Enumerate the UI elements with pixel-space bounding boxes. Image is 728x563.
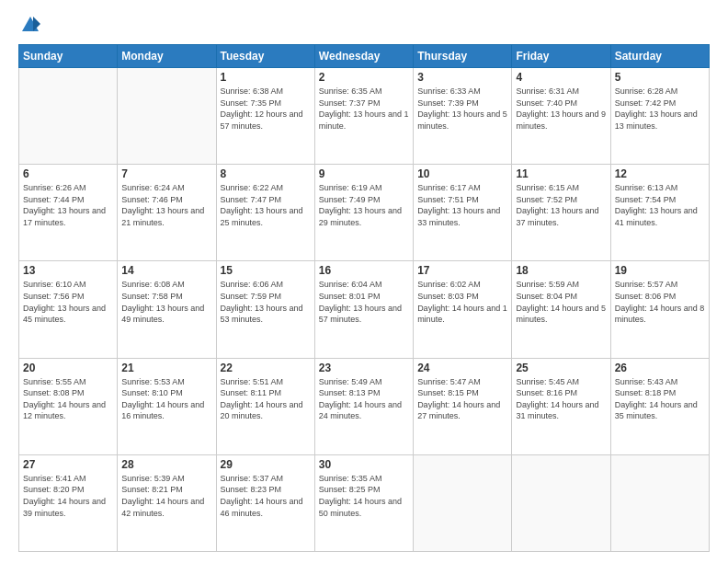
calendar-cell <box>512 454 610 551</box>
calendar-header-saturday: Saturday <box>610 45 709 68</box>
day-number: 27 <box>23 458 113 471</box>
calendar-header-tuesday: Tuesday <box>216 45 314 68</box>
calendar-cell: 19Sunrise: 5:57 AM Sunset: 8:06 PM Dayli… <box>610 261 709 358</box>
day-info: Sunrise: 6:28 AM Sunset: 7:42 PM Dayligh… <box>615 86 705 132</box>
day-number: 23 <box>319 362 409 374</box>
calendar-cell: 28Sunrise: 5:39 AM Sunset: 8:21 PM Dayli… <box>118 454 216 551</box>
day-info: Sunrise: 6:31 AM Sunset: 7:40 PM Dayligh… <box>516 86 606 132</box>
day-info: Sunrise: 6:35 AM Sunset: 7:37 PM Dayligh… <box>319 86 409 132</box>
calendar-cell: 14Sunrise: 6:08 AM Sunset: 7:58 PM Dayli… <box>118 261 216 358</box>
day-number: 14 <box>121 264 211 277</box>
calendar-week-row: 1Sunrise: 6:38 AM Sunset: 7:35 PM Daylig… <box>19 68 710 165</box>
calendar-cell: 15Sunrise: 6:06 AM Sunset: 7:59 PM Dayli… <box>216 261 314 358</box>
calendar-cell <box>19 68 118 165</box>
day-number: 8 <box>221 167 311 180</box>
calendar-cell: 21Sunrise: 5:53 AM Sunset: 8:10 PM Dayli… <box>118 358 216 454</box>
calendar-cell <box>610 454 709 551</box>
day-info: Sunrise: 5:59 AM Sunset: 8:04 PM Dayligh… <box>516 279 606 325</box>
day-number: 28 <box>121 458 211 471</box>
calendar-cell: 2Sunrise: 6:35 AM Sunset: 7:37 PM Daylig… <box>314 68 413 165</box>
day-number: 9 <box>319 167 409 180</box>
calendar-cell: 26Sunrise: 5:43 AM Sunset: 8:18 PM Dayli… <box>610 358 709 454</box>
calendar-cell: 7Sunrise: 6:24 AM Sunset: 7:46 PM Daylig… <box>118 165 216 261</box>
day-number: 22 <box>221 362 311 374</box>
day-info: Sunrise: 5:49 AM Sunset: 8:13 PM Dayligh… <box>319 376 409 422</box>
day-number: 12 <box>615 167 705 180</box>
day-number: 10 <box>417 167 507 180</box>
day-number: 15 <box>221 264 311 277</box>
calendar-week-row: 27Sunrise: 5:41 AM Sunset: 8:20 PM Dayli… <box>19 454 710 551</box>
day-info: Sunrise: 5:53 AM Sunset: 8:10 PM Dayligh… <box>121 376 211 422</box>
day-info: Sunrise: 5:37 AM Sunset: 8:23 PM Dayligh… <box>221 473 311 519</box>
calendar-cell: 11Sunrise: 6:15 AM Sunset: 7:52 PM Dayli… <box>512 165 610 261</box>
day-info: Sunrise: 6:38 AM Sunset: 7:35 PM Dayligh… <box>221 86 311 132</box>
calendar-header-thursday: Thursday <box>414 45 512 68</box>
day-info: Sunrise: 5:45 AM Sunset: 8:16 PM Dayligh… <box>516 376 606 422</box>
calendar-cell: 25Sunrise: 5:45 AM Sunset: 8:16 PM Dayli… <box>512 358 610 454</box>
day-info: Sunrise: 5:51 AM Sunset: 8:11 PM Dayligh… <box>221 376 311 422</box>
calendar-cell: 3Sunrise: 6:33 AM Sunset: 7:39 PM Daylig… <box>414 68 512 165</box>
calendar-header-wednesday: Wednesday <box>314 45 413 68</box>
day-number: 30 <box>319 458 409 471</box>
day-number: 25 <box>516 362 606 374</box>
day-info: Sunrise: 5:47 AM Sunset: 8:15 PM Dayligh… <box>417 376 507 422</box>
calendar-cell: 5Sunrise: 6:28 AM Sunset: 7:42 PM Daylig… <box>610 68 709 165</box>
calendar-cell: 18Sunrise: 5:59 AM Sunset: 8:04 PM Dayli… <box>512 261 610 358</box>
day-number: 13 <box>23 264 113 277</box>
calendar-cell: 13Sunrise: 6:10 AM Sunset: 7:56 PM Dayli… <box>19 261 118 358</box>
day-number: 1 <box>221 71 311 84</box>
day-info: Sunrise: 6:15 AM Sunset: 7:52 PM Dayligh… <box>516 182 606 228</box>
calendar-cell: 4Sunrise: 6:31 AM Sunset: 7:40 PM Daylig… <box>512 68 610 165</box>
day-info: Sunrise: 6:08 AM Sunset: 7:58 PM Dayligh… <box>121 279 211 325</box>
calendar-cell: 30Sunrise: 5:35 AM Sunset: 8:25 PM Dayli… <box>314 454 413 551</box>
day-info: Sunrise: 6:22 AM Sunset: 7:47 PM Dayligh… <box>221 182 311 228</box>
day-info: Sunrise: 6:13 AM Sunset: 7:54 PM Dayligh… <box>615 182 705 228</box>
calendar-cell: 10Sunrise: 6:17 AM Sunset: 7:51 PM Dayli… <box>414 165 512 261</box>
calendar-cell: 6Sunrise: 6:26 AM Sunset: 7:44 PM Daylig… <box>19 165 118 261</box>
day-info: Sunrise: 6:26 AM Sunset: 7:44 PM Dayligh… <box>23 182 113 228</box>
calendar-cell: 12Sunrise: 6:13 AM Sunset: 7:54 PM Dayli… <box>610 165 709 261</box>
day-number: 26 <box>615 362 705 374</box>
calendar-cell: 23Sunrise: 5:49 AM Sunset: 8:13 PM Dayli… <box>314 358 413 454</box>
day-number: 4 <box>516 71 606 84</box>
day-info: Sunrise: 6:24 AM Sunset: 7:46 PM Dayligh… <box>121 182 211 228</box>
calendar-header-friday: Friday <box>512 45 610 68</box>
calendar-week-row: 6Sunrise: 6:26 AM Sunset: 7:44 PM Daylig… <box>19 165 710 261</box>
calendar-cell: 20Sunrise: 5:55 AM Sunset: 8:08 PM Dayli… <box>19 358 118 454</box>
day-info: Sunrise: 6:06 AM Sunset: 7:59 PM Dayligh… <box>221 279 311 325</box>
day-number: 18 <box>516 264 606 277</box>
day-info: Sunrise: 5:41 AM Sunset: 8:20 PM Dayligh… <box>23 473 113 519</box>
calendar-week-row: 13Sunrise: 6:10 AM Sunset: 7:56 PM Dayli… <box>19 261 710 358</box>
calendar-cell: 29Sunrise: 5:37 AM Sunset: 8:23 PM Dayli… <box>216 454 314 551</box>
day-info: Sunrise: 5:39 AM Sunset: 8:21 PM Dayligh… <box>121 473 211 519</box>
calendar-week-row: 20Sunrise: 5:55 AM Sunset: 8:08 PM Dayli… <box>19 358 710 454</box>
day-number: 17 <box>417 264 507 277</box>
calendar-cell: 8Sunrise: 6:22 AM Sunset: 7:47 PM Daylig… <box>216 165 314 261</box>
day-number: 2 <box>319 71 409 84</box>
calendar-table: SundayMondayTuesdayWednesdayThursdayFrid… <box>18 44 710 552</box>
calendar-cell: 1Sunrise: 6:38 AM Sunset: 7:35 PM Daylig… <box>216 68 314 165</box>
day-info: Sunrise: 6:04 AM Sunset: 8:01 PM Dayligh… <box>319 279 409 325</box>
day-info: Sunrise: 5:35 AM Sunset: 8:25 PM Dayligh… <box>319 473 409 519</box>
day-number: 16 <box>319 264 409 277</box>
day-number: 29 <box>221 458 311 471</box>
calendar-cell <box>118 68 216 165</box>
calendar-header-row: SundayMondayTuesdayWednesdayThursdayFrid… <box>19 45 710 68</box>
logo <box>18 15 40 35</box>
header <box>18 15 710 35</box>
day-number: 6 <box>23 167 113 180</box>
day-number: 19 <box>615 264 705 277</box>
day-info: Sunrise: 5:55 AM Sunset: 8:08 PM Dayligh… <box>23 376 113 422</box>
calendar-cell: 16Sunrise: 6:04 AM Sunset: 8:01 PM Dayli… <box>314 261 413 358</box>
calendar-cell: 9Sunrise: 6:19 AM Sunset: 7:49 PM Daylig… <box>314 165 413 261</box>
day-info: Sunrise: 6:02 AM Sunset: 8:03 PM Dayligh… <box>417 279 507 325</box>
page: SundayMondayTuesdayWednesdayThursdayFrid… <box>0 0 728 563</box>
calendar-cell <box>414 454 512 551</box>
day-info: Sunrise: 6:33 AM Sunset: 7:39 PM Dayligh… <box>417 86 507 132</box>
day-number: 20 <box>23 362 113 374</box>
calendar-cell: 27Sunrise: 5:41 AM Sunset: 8:20 PM Dayli… <box>19 454 118 551</box>
day-info: Sunrise: 5:57 AM Sunset: 8:06 PM Dayligh… <box>615 279 705 325</box>
calendar-cell: 17Sunrise: 6:02 AM Sunset: 8:03 PM Dayli… <box>414 261 512 358</box>
calendar-header-sunday: Sunday <box>19 45 118 68</box>
day-number: 11 <box>516 167 606 180</box>
